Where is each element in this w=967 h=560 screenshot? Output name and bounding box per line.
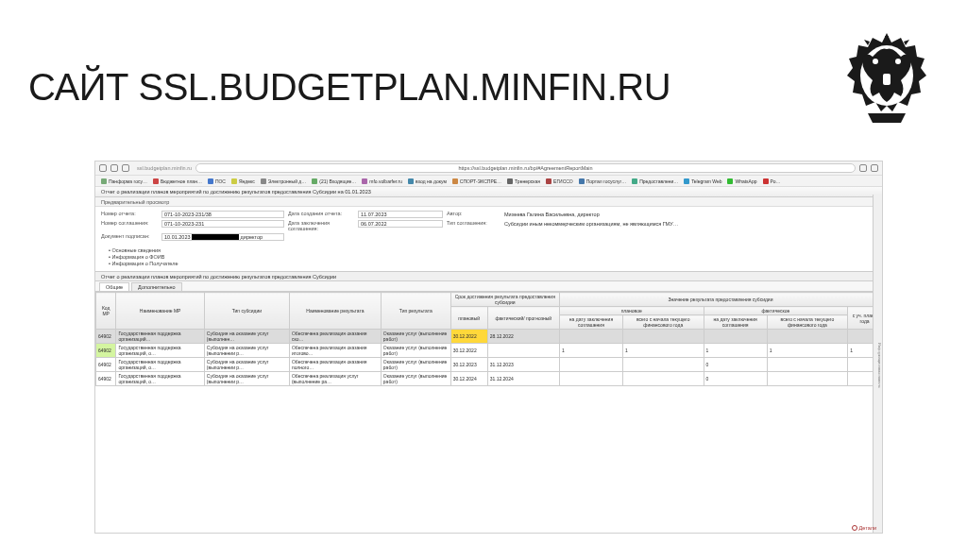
col-v4[interactable]: всего с начала текущего финансового года <box>767 315 848 330</box>
bookmark-icon <box>153 178 159 184</box>
bookmark-item[interactable]: Яндекс <box>231 178 255 184</box>
label-report-date: Дата создания отчета: <box>288 211 354 218</box>
bookmark-item[interactable]: WhatsApp <box>727 178 756 184</box>
bookmark-icon <box>579 178 585 184</box>
bookmark-item[interactable]: Электронный д… <box>261 178 306 184</box>
col-result-type[interactable]: Тип результата <box>381 293 450 330</box>
col-group-values: Значение результата предоставления субси… <box>559 293 881 307</box>
col-group-fact: фактическое <box>704 307 848 315</box>
svg-point-2 <box>895 59 901 64</box>
field-doc-signed: 10.01.2023 директор <box>161 233 284 241</box>
bookmarks-bar: Панформа госу… Бюджетное план… ПОС Яндек… <box>95 176 882 187</box>
url-host: ssl.budgetplan.minfin.ru <box>137 165 192 171</box>
bookmark-icon <box>408 178 414 184</box>
label-doc-signed: Документ подписан: <box>101 233 158 241</box>
col-group-plan: плановое <box>559 307 704 315</box>
bookmark-item[interactable]: Бюджетное план… <box>153 178 202 184</box>
field-agreement-type: Субсидии иным некоммерческим организация… <box>502 220 876 228</box>
bookmark-icon <box>231 178 237 184</box>
menu-icon[interactable] <box>871 164 878 172</box>
bookmark-item[interactable]: mfo.volbarfer.ru <box>362 178 402 184</box>
col-plan-date[interactable]: плановый <box>450 307 487 330</box>
tab-additional[interactable]: Дополнительно <box>131 282 182 291</box>
tree-item[interactable]: • Основные сведения <box>109 247 869 253</box>
bookmark-icon <box>101 178 107 184</box>
label-agreement-type: Тип соглашения: <box>447 220 499 231</box>
tree-item[interactable]: • Информация о Получателе <box>109 261 869 266</box>
bookmark-item[interactable]: ЕГИССО <box>546 178 573 184</box>
details-button[interactable]: Детали <box>852 525 876 531</box>
reload-icon[interactable] <box>122 164 129 172</box>
table-row[interactable]: 64902Государственная поддержка организац… <box>96 330 882 344</box>
bookmark-icon <box>507 178 513 184</box>
label-author: Автор: <box>447 211 499 218</box>
bookmark-item[interactable]: Предоставлени… <box>632 178 678 184</box>
table-row[interactable]: 64902Государственная поддержка организац… <box>96 344 882 358</box>
svg-point-1 <box>873 59 878 64</box>
coat-of-arms-icon <box>840 28 934 132</box>
slide-title: САЙТ SSL.BUDGETPLAN.MINFIN.RU <box>28 66 670 109</box>
col-name[interactable]: Наименование МР <box>116 293 204 330</box>
field-agreement-no[interactable]: 071-10-2023-231 <box>161 220 284 228</box>
bookmark-icon <box>362 178 367 184</box>
tree-item[interactable]: • Информация о ФОИВ <box>109 254 869 260</box>
col-result-name[interactable]: Наименование результата <box>289 293 381 330</box>
redacted-name <box>192 234 239 240</box>
bookmark-item[interactable]: (21) Входящие… <box>312 178 356 184</box>
col-v3[interactable]: на дату заключения соглашения <box>704 315 767 330</box>
bookmark-icon <box>208 178 213 184</box>
back-icon[interactable] <box>99 164 107 172</box>
tab-general[interactable]: Общие <box>99 282 129 291</box>
bookmark-icon <box>546 178 551 184</box>
bookmark-item[interactable]: Telegram Web <box>684 178 721 184</box>
address-bar: ssl.budgetplan.minfin.ru https://ssl.bud… <box>95 161 882 176</box>
info-panel-rail[interactable]: Информационная панель <box>873 195 882 533</box>
table-row[interactable]: 64902Государственная поддержка организац… <box>96 358 882 372</box>
col-type[interactable]: Тип субсидии <box>204 293 289 330</box>
svg-rect-3 <box>883 74 891 85</box>
field-report-no[interactable]: 071-10-2023-231/38 <box>161 211 284 218</box>
bookmark-item[interactable]: Тренерская <box>507 178 540 184</box>
tab-bar: Общие Дополнительно <box>95 281 882 292</box>
bookmark-item[interactable]: ПОС <box>208 178 226 184</box>
warning-icon <box>852 525 857 531</box>
label-report-no: Номер отчета: <box>101 211 158 218</box>
bookmark-item[interactable]: СПОРТ-ЭКСПРЕ… <box>452 178 501 184</box>
col-group-dates: Срок достижения результата предоставлени… <box>450 293 559 307</box>
bookmark-item[interactable]: Ро… <box>763 178 781 184</box>
document-header: Отчет о реализации планов мероприятий по… <box>95 187 882 197</box>
preview-label: Предварительный просмотр <box>95 197 882 207</box>
report-section-title: Отчет о реализации планов мероприятий по… <box>95 271 882 281</box>
bookmark-icon <box>261 178 266 184</box>
nav-tree[interactable]: • Основные сведения • Информация о ФОИВ … <box>95 245 882 271</box>
bookmark-icon <box>452 178 458 184</box>
field-agreement-date[interactable]: 06.07.2022 <box>358 220 443 228</box>
bookmark-item[interactable]: Панформа госу… <box>101 178 147 184</box>
form-panel: Номер отчета: 071-10-2023-231/38 Дата со… <box>95 207 882 245</box>
field-report-date[interactable]: 11.07.2023 <box>358 211 443 218</box>
label-agreement-no: Номер соглашения: <box>101 220 158 231</box>
bookmark-icon <box>763 178 769 184</box>
bookmark-icon <box>727 178 733 184</box>
col-code[interactable]: Код МР <box>96 293 116 330</box>
bookmark-item[interactable]: Портал госуслуг… <box>579 178 627 184</box>
browser-window: ssl.budgetplan.minfin.ru https://ssl.bud… <box>94 161 883 534</box>
col-v1[interactable]: на дату заключения соглашения <box>559 315 622 330</box>
url-input[interactable]: https://ssl.budgetplan.minfin.ru/bp/#Agr… <box>195 163 856 173</box>
table-row[interactable]: 64902Государственная поддержка организац… <box>96 372 882 386</box>
col-fact-date[interactable]: фактический/ прогнозный <box>487 307 559 330</box>
label-agreement-date: Дата заключения соглашения: <box>288 220 354 231</box>
bookmark-item[interactable]: вход на докум <box>408 178 447 184</box>
col-v2[interactable]: всего с начала текущего финансового года <box>623 315 704 330</box>
bookmark-icon <box>312 178 317 184</box>
forward-icon[interactable] <box>110 164 118 172</box>
bookmark-icon <box>684 178 689 184</box>
star-icon[interactable] <box>859 164 867 172</box>
data-grid[interactable]: Код МР Наименование МР Тип субсидии Наим… <box>95 292 882 386</box>
bookmark-icon <box>632 178 637 184</box>
field-author: Михеева Галина Васильевна, директор <box>502 211 876 218</box>
